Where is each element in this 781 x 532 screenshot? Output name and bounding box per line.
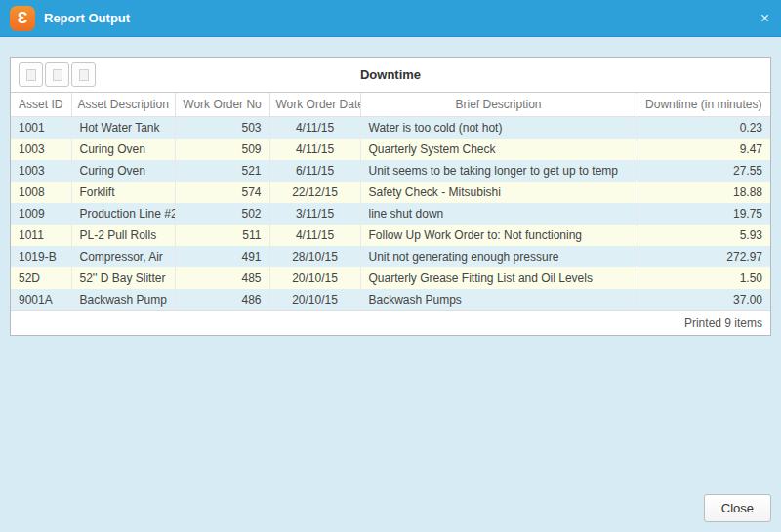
- cell-work-order-date: 22/12/15: [269, 182, 360, 203]
- column-header-asset-description: Asset Description: [71, 93, 175, 117]
- printed-items-status: Printed 9 items: [11, 310, 770, 335]
- page-icon: [53, 69, 62, 81]
- cell-brief-description: Unit not generating enough pressure: [360, 246, 637, 267]
- table-row: 1008 Forklift 574 22/12/15 Safety Check …: [11, 182, 770, 203]
- table-row: 1001 Hot Water Tank 503 4/11/15 Water is…: [11, 117, 770, 140]
- cell-work-order-date: 20/10/15: [269, 267, 360, 289]
- cell-asset-description: 52'' D Bay Slitter: [71, 267, 175, 289]
- report-panel: Downtime Asset ID Asset Description Work…: [10, 57, 771, 336]
- cell-work-order-date: 3/11/15: [269, 203, 360, 225]
- cell-asset-id: 52D: [11, 267, 71, 289]
- cell-asset-id: 1001: [11, 117, 71, 140]
- app-logo-icon: Ɛ: [10, 6, 35, 31]
- cell-work-order-no: 509: [175, 139, 269, 160]
- cell-downtime: 37.00: [637, 289, 770, 310]
- cell-downtime: 9.47: [637, 139, 770, 160]
- table-row: 1011 PL-2 Pull Rolls 511 4/11/15 Follow …: [11, 225, 770, 246]
- cell-asset-description: PL-2 Pull Rolls: [71, 225, 175, 246]
- cell-asset-id: 9001A: [11, 289, 71, 310]
- cell-work-order-no: 485: [175, 267, 269, 289]
- cell-brief-description: Follow Up Work Order to: Not functioning: [360, 225, 637, 246]
- cell-brief-description: Unit seems to be taking longer to get up…: [360, 160, 637, 182]
- cell-work-order-date: 28/10/15: [269, 246, 360, 267]
- cell-brief-description: Safety Check - Mitsubishi: [360, 182, 637, 203]
- report-output-dialog: Ɛ Report Output × Downtime Asset: [0, 0, 781, 532]
- table-row: 1003 Curing Oven 509 4/11/15 Quarterly S…: [11, 139, 770, 160]
- column-header-brief-description: Brief Description: [360, 93, 637, 117]
- close-icon[interactable]: ×: [760, 11, 769, 26]
- cell-brief-description: line shut down: [360, 203, 637, 225]
- cell-work-order-date: 20/10/15: [269, 289, 360, 310]
- cell-asset-id: 1009: [11, 203, 71, 225]
- cell-asset-description: Compressor, Air: [71, 246, 175, 267]
- table-row: 1009 Production Line #2 502 3/11/15 line…: [11, 203, 770, 225]
- cell-asset-description: Curing Oven: [71, 160, 175, 182]
- export-button-2[interactable]: [45, 62, 69, 87]
- page-icon: [26, 69, 36, 81]
- close-button[interactable]: Close: [704, 494, 771, 522]
- cell-work-order-date: 4/11/15: [269, 117, 360, 140]
- column-header-work-order-date: Work Order Date: [269, 93, 360, 117]
- cell-downtime: 0.23: [637, 117, 770, 140]
- downtime-table: Asset ID Asset Description Work Order No…: [11, 93, 770, 310]
- table-row: 1019-B Compressor, Air 491 28/10/15 Unit…: [11, 246, 770, 267]
- cell-downtime: 27.55: [637, 160, 770, 182]
- report-toolbar: Downtime: [11, 58, 770, 93]
- table-header-row: Asset ID Asset Description Work Order No…: [11, 93, 770, 117]
- cell-brief-description: Water is too cold (not hot): [360, 117, 637, 140]
- print-button[interactable]: [71, 62, 96, 87]
- table-row: 52D 52'' D Bay Slitter 485 20/10/15 Quar…: [11, 267, 770, 289]
- column-header-asset-id: Asset ID: [11, 93, 71, 117]
- cell-work-order-date: 6/11/15: [269, 160, 360, 182]
- cell-work-order-date: 4/11/15: [269, 139, 360, 160]
- export-button-1[interactable]: [19, 62, 43, 87]
- cell-work-order-no: 491: [175, 246, 269, 267]
- cell-asset-description: Forklift: [71, 182, 175, 203]
- cell-work-order-no: 574: [175, 182, 269, 203]
- column-header-work-order-no: Work Order No: [175, 93, 269, 117]
- cell-downtime: 5.93: [637, 225, 770, 246]
- cell-work-order-no: 502: [175, 203, 269, 225]
- cell-work-order-no: 511: [175, 225, 269, 246]
- dialog-title: Report Output: [44, 11, 130, 25]
- cell-work-order-date: 4/11/15: [269, 225, 360, 246]
- page-icon: [79, 69, 89, 81]
- cell-asset-id: 1008: [11, 182, 71, 203]
- cell-brief-description: Quarterly System Check: [360, 139, 637, 160]
- cell-asset-id: 1011: [11, 225, 71, 246]
- table-row: 9001A Backwash Pump 486 20/10/15 Backwas…: [11, 289, 770, 310]
- report-title: Downtime: [11, 67, 770, 82]
- cell-asset-description: Curing Oven: [71, 139, 175, 160]
- cell-brief-description: Backwash Pumps: [360, 289, 637, 310]
- cell-asset-description: Backwash Pump: [71, 289, 175, 310]
- cell-asset-description: Production Line #2: [71, 203, 175, 225]
- cell-downtime: 1.50: [637, 267, 770, 289]
- cell-asset-id: 1003: [11, 139, 71, 160]
- cell-work-order-no: 521: [175, 160, 269, 182]
- cell-work-order-no: 486: [175, 289, 269, 310]
- cell-downtime: 19.75: [637, 203, 770, 225]
- column-header-downtime: Downtime (in minutes): [637, 93, 770, 117]
- dialog-titlebar: Ɛ Report Output ×: [0, 0, 781, 37]
- table-row: 1003 Curing Oven 521 6/11/15 Unit seems …: [11, 160, 770, 182]
- cell-asset-id: 1019-B: [11, 246, 71, 267]
- cell-asset-description: Hot Water Tank: [71, 117, 175, 140]
- cell-asset-id: 1003: [11, 160, 71, 182]
- cell-downtime: 272.97: [637, 246, 770, 267]
- cell-downtime: 18.88: [637, 182, 770, 203]
- cell-brief-description: Quarterly Grease Fitting List and Oil Le…: [360, 267, 637, 289]
- cell-work-order-no: 503: [175, 117, 269, 140]
